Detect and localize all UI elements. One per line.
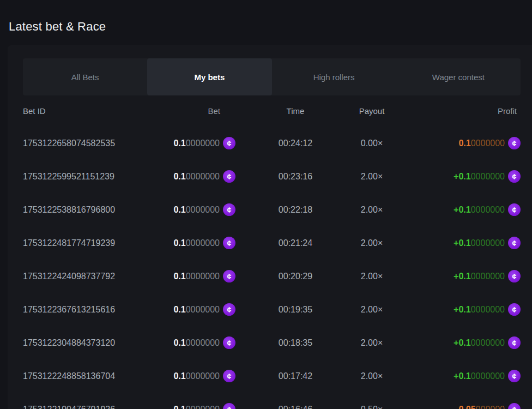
bet-time: 00:23:16: [235, 172, 355, 182]
table-header-row: Bet ID Bet Time Payout Profit: [23, 95, 521, 127]
table-row[interactable]: 1753122538816796800 0.10000000 ¢ 00:22:1…: [23, 193, 521, 226]
profit-significant: +0.1: [454, 338, 471, 347]
bets-table-body: 1753122658074582535 0.10000000 ¢ 00:24:1…: [23, 127, 521, 409]
bet-amount: 0.10000000 ¢: [154, 237, 235, 249]
bet-profit: +0.10000000 ¢: [388, 270, 521, 282]
bet-amount: 0.10000000 ¢: [154, 270, 235, 282]
table-row[interactable]: 1753122304884373120 0.10000000 ¢ 00:18:3…: [23, 326, 521, 359]
table-row[interactable]: 1753122424098737792 0.10000000 ¢ 00:20:2…: [23, 260, 521, 293]
bet-id: 1753122481774719239: [23, 238, 154, 248]
bet-payout: 2.00×: [355, 305, 388, 315]
profit-zeros: 0000000: [471, 305, 505, 314]
bet-profit: +0.10000000 ¢: [388, 336, 521, 349]
bet-amount-zeros: 0000000: [186, 405, 220, 409]
profit-significant: +0.1: [454, 238, 471, 248]
coin-icon: ¢: [508, 170, 521, 183]
table-row[interactable]: 1753122658074582535 0.10000000 ¢ 00:24:1…: [23, 127, 521, 160]
bet-time: 00:20:29: [235, 272, 355, 281]
coin-icon: ¢: [223, 137, 235, 149]
tab-all-bets[interactable]: All Bets: [23, 58, 147, 95]
bet-amount-zeros: 0000000: [186, 139, 220, 148]
latest-bets-panel: All BetsMy betsHigh rollersWager contest…: [8, 45, 532, 409]
bet-amount: 0.10000000 ¢: [154, 336, 235, 349]
bet-amount-significant: 0.1: [173, 139, 185, 148]
bet-profit: +0.10000000 ¢: [388, 203, 521, 216]
bet-amount-zeros: 0000000: [186, 338, 220, 347]
profit-zeros: 0000000: [471, 371, 505, 381]
coin-icon: ¢: [223, 403, 235, 409]
bet-amount-significant: 0.1: [173, 238, 185, 248]
bet-profit: 0.10000000 ¢: [388, 137, 521, 149]
profit-significant: +0.1: [454, 205, 471, 214]
bet-amount: 0.10000000 ¢: [154, 370, 235, 382]
bet-payout: 2.00×: [355, 272, 388, 281]
bet-time: 00:22:18: [235, 205, 355, 215]
bet-amount-zeros: 0000000: [186, 272, 220, 281]
bet-time: 00:21:24: [235, 238, 355, 248]
bet-id: 1753122190476791926: [23, 405, 154, 409]
profit-significant: +0.1: [454, 172, 471, 181]
bet-id: 1753122658074582535: [23, 139, 154, 148]
bet-payout: 0.00×: [355, 139, 388, 148]
bet-profit: +0.10000000 ¢: [388, 303, 521, 316]
profit-significant: +0.1: [454, 305, 471, 314]
bet-id: 1753122424098737792: [23, 272, 154, 281]
coin-icon: ¢: [223, 336, 235, 349]
bet-profit: 0.05000000 ¢: [388, 403, 521, 409]
bet-id: 1753122367613215616: [23, 305, 154, 315]
coin-icon: ¢: [223, 270, 235, 282]
bet-time: 00:19:35: [235, 305, 355, 315]
coin-icon: ¢: [508, 237, 521, 249]
bet-profit: +0.10000000 ¢: [388, 170, 521, 183]
profit-significant: +0.1: [454, 371, 471, 381]
bet-id: 1753122538816796800: [23, 205, 154, 215]
column-header-bet: Bet: [154, 106, 235, 116]
bet-amount: 0.10000000 ¢: [154, 170, 235, 183]
tab-high-rollers[interactable]: High rollers: [272, 58, 396, 95]
bet-time: 00:17:42: [235, 371, 355, 381]
bet-amount-significant: 0.1: [173, 405, 185, 409]
bet-id: 1753122248858136704: [23, 371, 154, 381]
bet-payout: 2.00×: [355, 205, 388, 215]
profit-zeros: 0000000: [471, 172, 505, 181]
table-row[interactable]: 1753122481774719239 0.10000000 ¢ 00:21:2…: [23, 226, 521, 260]
bet-profit: +0.10000000 ¢: [388, 370, 521, 382]
bet-amount: 0.10000000 ¢: [154, 303, 235, 316]
bet-amount-significant: 0.1: [173, 205, 185, 214]
bets-table: Bet ID Bet Time Payout Profit 1753122658…: [8, 95, 532, 409]
bet-amount-significant: 0.1: [173, 338, 185, 347]
coin-icon: ¢: [508, 370, 521, 382]
profit-zeros: 0000000: [471, 272, 505, 281]
page-title: Latest bet & Race: [9, 20, 106, 34]
bet-amount-significant: 0.1: [173, 172, 185, 181]
profit-zeros: 000000: [476, 405, 505, 409]
coin-icon: ¢: [508, 336, 521, 349]
coin-icon: ¢: [508, 203, 521, 216]
profit-significant: 0.1: [458, 139, 470, 148]
column-header-profit: Profit: [388, 106, 521, 116]
bet-payout: 2.00×: [355, 238, 388, 248]
profit-zeros: 0000000: [471, 338, 505, 347]
table-row[interactable]: 1753122190476791926 0.10000000 ¢ 00:16:4…: [23, 393, 521, 409]
tab-wager-contest[interactable]: Wager contest: [396, 58, 521, 95]
bet-time: 00:24:12: [235, 139, 355, 148]
tab-bar: All BetsMy betsHigh rollersWager contest: [23, 58, 521, 95]
bet-amount-significant: 0.1: [173, 272, 185, 281]
table-row[interactable]: 1753122599521151239 0.10000000 ¢ 00:23:1…: [23, 160, 521, 193]
bet-amount-zeros: 0000000: [186, 238, 220, 248]
table-row[interactable]: 1753122367613215616 0.10000000 ¢ 00:19:3…: [23, 293, 521, 326]
coin-icon: ¢: [223, 370, 235, 382]
bet-amount-significant: 0.1: [173, 371, 185, 381]
profit-zeros: 0000000: [471, 238, 505, 248]
column-header-payout: Payout: [355, 106, 388, 116]
profit-significant: +0.1: [454, 272, 471, 281]
coin-icon: ¢: [508, 303, 521, 316]
bet-amount: 0.10000000 ¢: [154, 137, 235, 149]
coin-icon: ¢: [223, 170, 235, 183]
bet-amount: 0.10000000 ¢: [154, 403, 235, 409]
tab-my-bets[interactable]: My bets: [147, 58, 271, 95]
coin-icon: ¢: [223, 203, 235, 216]
bet-payout: 2.00×: [355, 371, 388, 381]
table-row[interactable]: 1753122248858136704 0.10000000 ¢ 00:17:4…: [23, 359, 521, 393]
coin-icon: ¢: [223, 303, 235, 316]
